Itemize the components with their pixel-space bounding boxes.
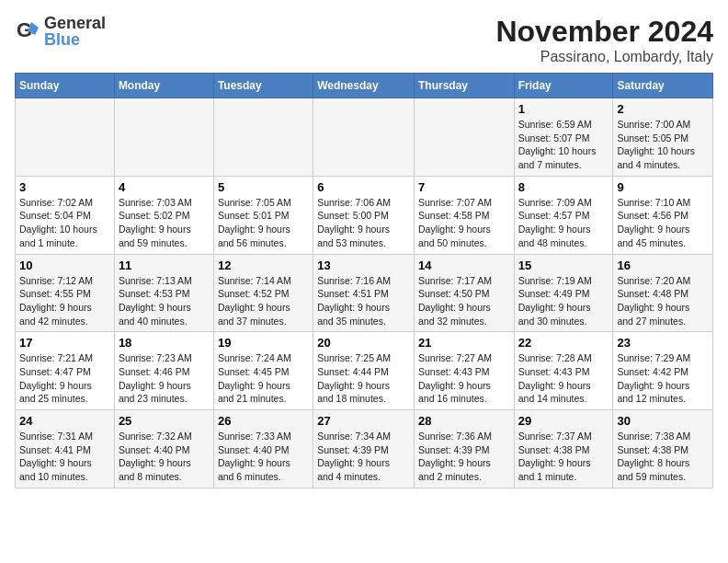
day-info: Sunrise: 7:02 AM Sunset: 5:04 PM Dayligh…	[19, 196, 110, 250]
day-number: 16	[617, 259, 709, 272]
day-number: 28	[418, 414, 510, 428]
calendar-cell: 20Sunrise: 7:25 AM Sunset: 4:44 PM Dayli…	[313, 332, 415, 410]
day-info: Sunrise: 7:14 AM Sunset: 4:52 PM Dayligh…	[218, 274, 309, 328]
day-info: Sunrise: 7:10 AM Sunset: 4:56 PM Dayligh…	[617, 196, 709, 250]
calendar-cell: 9Sunrise: 7:10 AM Sunset: 4:56 PM Daylig…	[613, 176, 713, 254]
day-number: 6	[317, 180, 410, 194]
day-number: 4	[119, 180, 210, 194]
day-info: Sunrise: 7:19 AM Sunset: 4:49 PM Dayligh…	[518, 274, 609, 328]
day-number: 2	[617, 102, 709, 116]
calendar-cell: 24Sunrise: 7:31 AM Sunset: 4:41 PM Dayli…	[16, 410, 115, 488]
day-number: 24	[19, 414, 110, 428]
day-info: Sunrise: 7:13 AM Sunset: 4:53 PM Dayligh…	[119, 274, 210, 328]
calendar-cell	[414, 98, 514, 177]
calendar-cell	[16, 98, 115, 177]
day-info: Sunrise: 7:32 AM Sunset: 4:40 PM Dayligh…	[119, 430, 210, 484]
calendar-week-3: 10Sunrise: 7:12 AM Sunset: 4:55 PM Dayli…	[16, 254, 713, 332]
day-number: 13	[317, 259, 410, 272]
day-info: Sunrise: 7:25 AM Sunset: 4:44 PM Dayligh…	[317, 351, 410, 406]
calendar-cell: 3Sunrise: 7:02 AM Sunset: 5:04 PM Daylig…	[16, 176, 115, 254]
day-info: Sunrise: 7:27 AM Sunset: 4:43 PM Dayligh…	[418, 351, 510, 406]
day-info: Sunrise: 7:09 AM Sunset: 4:57 PM Dayligh…	[518, 196, 609, 250]
day-info: Sunrise: 6:59 AM Sunset: 5:07 PM Dayligh…	[518, 118, 609, 172]
calendar-cell: 4Sunrise: 7:03 AM Sunset: 5:02 PM Daylig…	[114, 176, 213, 254]
calendar-cell: 22Sunrise: 7:28 AM Sunset: 4:43 PM Dayli…	[514, 332, 613, 410]
calendar-body: 1Sunrise: 6:59 AM Sunset: 5:07 PM Daylig…	[16, 98, 713, 488]
calendar-cell: 6Sunrise: 7:06 AM Sunset: 5:00 PM Daylig…	[313, 176, 415, 254]
calendar-week-2: 3Sunrise: 7:02 AM Sunset: 5:04 PM Daylig…	[16, 176, 713, 254]
calendar-cell: 5Sunrise: 7:05 AM Sunset: 5:01 PM Daylig…	[213, 176, 313, 254]
calendar-cell: 2Sunrise: 7:00 AM Sunset: 5:05 PM Daylig…	[613, 98, 713, 177]
calendar-cell: 10Sunrise: 7:12 AM Sunset: 4:55 PM Dayli…	[16, 254, 115, 332]
day-number: 21	[418, 336, 510, 350]
calendar-week-1: 1Sunrise: 6:59 AM Sunset: 5:07 PM Daylig…	[16, 98, 713, 177]
column-header-friday: Friday	[514, 74, 613, 98]
day-number: 7	[418, 180, 510, 194]
day-number: 30	[617, 414, 709, 428]
calendar-cell: 25Sunrise: 7:32 AM Sunset: 4:40 PM Dayli…	[114, 410, 213, 488]
day-info: Sunrise: 7:29 AM Sunset: 4:42 PM Dayligh…	[617, 351, 709, 406]
day-info: Sunrise: 7:23 AM Sunset: 4:46 PM Dayligh…	[119, 351, 210, 406]
day-number: 12	[218, 259, 309, 272]
logo: G General Blue	[15, 15, 106, 48]
day-info: Sunrise: 7:20 AM Sunset: 4:48 PM Dayligh…	[617, 274, 709, 328]
column-header-saturday: Saturday	[613, 74, 713, 98]
day-number: 10	[19, 259, 110, 272]
calendar-cell: 19Sunrise: 7:24 AM Sunset: 4:45 PM Dayli…	[213, 332, 313, 410]
day-info: Sunrise: 7:17 AM Sunset: 4:50 PM Dayligh…	[418, 274, 510, 328]
day-number: 26	[218, 414, 309, 428]
calendar-week-4: 17Sunrise: 7:21 AM Sunset: 4:47 PM Dayli…	[16, 332, 713, 410]
calendar-cell: 27Sunrise: 7:34 AM Sunset: 4:39 PM Dayli…	[313, 410, 415, 488]
calendar-week-5: 24Sunrise: 7:31 AM Sunset: 4:41 PM Dayli…	[16, 410, 713, 488]
column-header-sunday: Sunday	[16, 74, 115, 98]
calendar-cell: 16Sunrise: 7:20 AM Sunset: 4:48 PM Dayli…	[613, 254, 713, 332]
day-number: 18	[119, 336, 210, 350]
day-info: Sunrise: 7:21 AM Sunset: 4:47 PM Dayligh…	[19, 351, 110, 406]
day-info: Sunrise: 7:06 AM Sunset: 5:00 PM Dayligh…	[317, 196, 410, 250]
day-number: 8	[518, 180, 609, 194]
day-info: Sunrise: 7:05 AM Sunset: 5:01 PM Dayligh…	[218, 196, 309, 250]
day-number: 1	[518, 102, 609, 116]
calendar-cell: 18Sunrise: 7:23 AM Sunset: 4:46 PM Dayli…	[114, 332, 213, 410]
calendar-cell: 23Sunrise: 7:29 AM Sunset: 4:42 PM Dayli…	[613, 332, 713, 410]
day-number: 9	[617, 180, 709, 194]
calendar-cell: 1Sunrise: 6:59 AM Sunset: 5:07 PM Daylig…	[514, 98, 613, 177]
day-number: 3	[19, 180, 110, 194]
calendar-header-row: SundayMondayTuesdayWednesdayThursdayFrid…	[16, 74, 713, 98]
day-info: Sunrise: 7:37 AM Sunset: 4:38 PM Dayligh…	[518, 430, 609, 484]
logo-icon: G	[15, 18, 40, 44]
calendar-cell: 14Sunrise: 7:17 AM Sunset: 4:50 PM Dayli…	[414, 254, 514, 332]
day-info: Sunrise: 7:31 AM Sunset: 4:41 PM Dayligh…	[19, 430, 110, 484]
day-number: 17	[19, 336, 110, 350]
page-subtitle: Passirano, Lombardy, Italy	[495, 49, 713, 65]
day-info: Sunrise: 7:16 AM Sunset: 4:51 PM Dayligh…	[317, 274, 410, 328]
day-info: Sunrise: 7:36 AM Sunset: 4:39 PM Dayligh…	[418, 430, 510, 484]
day-info: Sunrise: 7:24 AM Sunset: 4:45 PM Dayligh…	[218, 351, 309, 406]
day-info: Sunrise: 7:38 AM Sunset: 4:38 PM Dayligh…	[617, 430, 709, 484]
day-info: Sunrise: 7:28 AM Sunset: 4:43 PM Dayligh…	[518, 351, 609, 406]
day-number: 23	[617, 336, 709, 350]
calendar-cell: 11Sunrise: 7:13 AM Sunset: 4:53 PM Dayli…	[114, 254, 213, 332]
day-number: 22	[518, 336, 609, 350]
calendar-cell: 29Sunrise: 7:37 AM Sunset: 4:38 PM Dayli…	[514, 410, 613, 488]
column-header-tuesday: Tuesday	[213, 74, 313, 98]
column-header-monday: Monday	[114, 74, 213, 98]
day-number: 20	[317, 336, 410, 350]
calendar-cell	[313, 98, 415, 177]
logo-text-blue: Blue	[44, 30, 80, 49]
calendar-cell	[114, 98, 213, 177]
day-info: Sunrise: 7:33 AM Sunset: 4:40 PM Dayligh…	[218, 430, 309, 484]
day-info: Sunrise: 7:12 AM Sunset: 4:55 PM Dayligh…	[19, 274, 110, 328]
page-header: G General Blue November 2024 Passirano, …	[15, 15, 713, 65]
calendar-cell: 13Sunrise: 7:16 AM Sunset: 4:51 PM Dayli…	[313, 254, 415, 332]
day-number: 29	[518, 414, 609, 428]
day-number: 27	[317, 414, 410, 428]
day-info: Sunrise: 7:07 AM Sunset: 4:58 PM Dayligh…	[418, 196, 510, 250]
calendar-cell: 21Sunrise: 7:27 AM Sunset: 4:43 PM Dayli…	[414, 332, 514, 410]
calendar-cell	[213, 98, 313, 177]
calendar-cell: 8Sunrise: 7:09 AM Sunset: 4:57 PM Daylig…	[514, 176, 613, 254]
calendar-cell: 12Sunrise: 7:14 AM Sunset: 4:52 PM Dayli…	[213, 254, 313, 332]
day-number: 11	[119, 259, 210, 272]
day-info: Sunrise: 7:03 AM Sunset: 5:02 PM Dayligh…	[119, 196, 210, 250]
page-title: November 2024	[495, 15, 713, 49]
